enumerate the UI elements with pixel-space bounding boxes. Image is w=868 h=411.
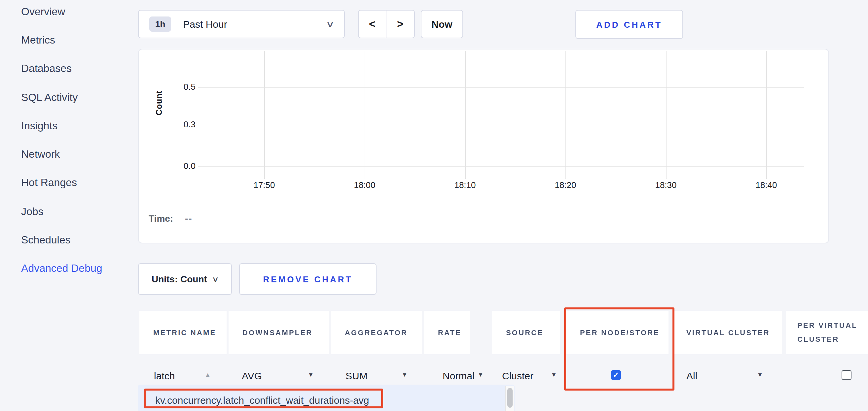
column-header-per-node-store: Per Node/Store: [566, 311, 669, 354]
time-nav-buttons: < >: [358, 10, 415, 38]
sidebar-item-advanced-debug[interactable]: Advanced Debug: [21, 262, 102, 275]
chart-hover-readout: Time: --: [149, 213, 192, 224]
caret-down-icon[interactable]: ▼: [477, 371, 484, 378]
column-header-rate: Rate: [424, 311, 470, 354]
column-header-metric-name: Metric Name: [140, 311, 226, 354]
metric-suggestion-item[interactable]: kv.concurrency.latch_conflict_wait_durat…: [155, 395, 369, 406]
sidebar-item-metrics[interactable]: Metrics: [21, 34, 55, 47]
check-icon: ✓: [613, 370, 619, 380]
x-tick-1830: 18:30: [646, 180, 686, 190]
column-header-aggregator: Aggregator: [331, 311, 422, 354]
sort-up-icon[interactable]: ▲: [205, 371, 211, 378]
caret-down-icon[interactable]: ▼: [757, 371, 763, 378]
sidebar-item-databases[interactable]: Databases: [21, 62, 72, 75]
virtual-cluster-select[interactable]: All: [686, 370, 697, 383]
sidebar-item-sql-activity[interactable]: SQL Activity: [21, 91, 78, 104]
gridline: [365, 51, 365, 179]
remove-chart-button[interactable]: REMOVE CHART: [239, 263, 376, 295]
x-tick-1800: 18:00: [345, 180, 384, 190]
gridline: [264, 51, 265, 179]
chevron-left-icon: <: [369, 18, 376, 31]
sidebar-item-jobs[interactable]: Jobs: [21, 205, 43, 218]
gridline: [198, 166, 804, 167]
gridline: [666, 51, 666, 179]
aggregator-select[interactable]: SUM: [345, 370, 368, 383]
gridline: [198, 87, 804, 88]
time-range-badge: 1h: [149, 16, 171, 32]
chevron-down-icon: ∨: [212, 275, 219, 283]
caret-down-icon[interactable]: ▼: [551, 371, 557, 378]
per-node-store-checkbox[interactable]: ✓: [611, 370, 621, 380]
sidebar-item-hot-ranges[interactable]: Hot Ranges: [21, 176, 77, 189]
gridline: [565, 51, 566, 179]
metric-suggestions-dropdown: kv.concurrency.latch_conflict_wait_durat…: [138, 385, 515, 411]
units-dropdown[interactable]: Units: Count ∨: [138, 263, 232, 295]
y-tick-0-0: 0.0: [162, 161, 195, 172]
scrollbar-thumb[interactable]: [507, 388, 513, 408]
x-tick-1810: 18:10: [445, 180, 485, 190]
rate-select[interactable]: Normal: [442, 370, 475, 383]
time-prev-button[interactable]: <: [359, 10, 386, 38]
now-button[interactable]: Now: [421, 10, 463, 38]
time-range-dropdown[interactable]: 1h Past Hour ∨: [138, 10, 345, 38]
chevron-right-icon: >: [397, 18, 404, 31]
sidebar-item-overview[interactable]: Overview: [21, 5, 65, 19]
chevron-down-icon: ∨: [326, 19, 335, 29]
hover-time-label: Time:: [149, 213, 173, 224]
caret-down-icon[interactable]: ▼: [402, 371, 408, 378]
time-range-label: Past Hour: [183, 19, 227, 30]
x-tick-1840: 18:40: [746, 180, 786, 190]
sidebar-item-network[interactable]: Network: [21, 148, 60, 161]
y-tick-0-3: 0.3: [162, 119, 195, 130]
dropdown-scrollbar[interactable]: [505, 386, 514, 411]
per-virtual-cluster-checkbox[interactable]: [842, 370, 851, 380]
gridline: [766, 51, 767, 179]
column-header-source: Source: [492, 311, 560, 354]
column-header-per-virtual-cluster: Per Virtual Cluster: [786, 311, 868, 354]
sidebar-item-insights[interactable]: Insights: [21, 119, 58, 133]
gridline: [198, 125, 804, 125]
column-header-downsampler: Downsampler: [228, 311, 329, 354]
time-next-button[interactable]: >: [386, 10, 414, 38]
chart-card: Count 0.5 0.3 0.0 17:50 18:00 18:10 18:2…: [138, 49, 829, 243]
column-header-virtual-cluster: Virtual Cluster: [673, 311, 782, 354]
y-tick-0-5: 0.5: [162, 82, 195, 92]
caret-down-icon[interactable]: ▼: [308, 371, 314, 378]
custom-chart-page: Overview Metrics Databases SQL Activity …: [0, 0, 868, 411]
source-select[interactable]: Cluster: [502, 370, 533, 383]
downsampler-select[interactable]: AVG: [242, 370, 262, 383]
x-tick-1820: 18:20: [546, 180, 585, 190]
gridline: [465, 51, 466, 179]
metric-name-input[interactable]: latch: [154, 370, 175, 383]
x-tick-1750: 17:50: [244, 180, 284, 190]
sidebar-item-schedules[interactable]: Schedules: [21, 234, 70, 247]
hover-time-value: --: [185, 213, 192, 224]
add-chart-button[interactable]: ADD CHART: [576, 10, 683, 39]
units-label: Units: Count: [152, 274, 207, 284]
